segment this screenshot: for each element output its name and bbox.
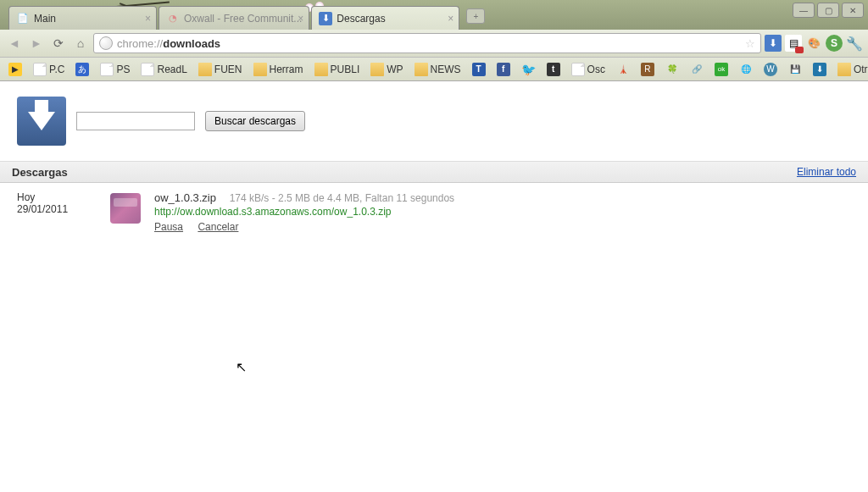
page-icon: 📄 (16, 12, 30, 25)
window-controls: — ▢ ✕ (793, 3, 864, 18)
section-bar: Descargas Eliminar todo (0, 161, 868, 183)
tab-main[interactable]: 📄 Main × (8, 6, 157, 30)
bookmark-item[interactable]: Osc (568, 61, 609, 78)
close-icon[interactable]: × (145, 13, 151, 25)
bookmark-item[interactable]: f (493, 61, 514, 78)
bookmark-item[interactable]: T (469, 61, 489, 78)
page-icon (33, 63, 47, 76)
search-input[interactable] (76, 112, 195, 130)
search-button[interactable]: Buscar descargas (205, 111, 305, 131)
bookmark-folder[interactable]: NEWS (411, 61, 465, 78)
pause-link[interactable]: Pausa (154, 221, 183, 233)
new-tab-button[interactable]: + (466, 8, 485, 24)
download-status: 174 kB/s - 2.5 MB de 4.4 MB, Faltan 11 s… (230, 192, 454, 204)
close-icon[interactable]: × (448, 13, 453, 25)
bookmark-item[interactable]: ok (711, 61, 732, 78)
bookmark-item[interactable]: ReadL (137, 61, 190, 78)
twitter-icon: 🐦 (521, 63, 536, 76)
bookmark-item[interactable]: 🔗 (687, 61, 707, 78)
tab-title: Oxwall - Free Communit... (184, 13, 302, 25)
close-button[interactable]: ✕ (842, 3, 864, 18)
folder-icon (837, 63, 851, 76)
downloads-logo-icon (17, 97, 66, 146)
date-label: Hoy (17, 191, 108, 203)
folder-icon (314, 63, 328, 76)
folder-icon (370, 63, 384, 76)
bookmark-item[interactable]: 🌐 (736, 61, 756, 78)
tab-strip: 📄 Main × ◔ Oxwall - Free Communit... × ⬇… (8, 6, 485, 30)
bookmark-item[interactable]: あ (72, 61, 92, 78)
date-value: 29/01/2011 (17, 203, 108, 215)
maximize-button[interactable]: ▢ (817, 3, 839, 18)
navbar: ◄ ► ⟳ ⌂ chrome://downloads ☆ ⬇ ▤ 🎨 S 🔧 (0, 30, 868, 58)
download-url[interactable]: http://ow.download.s3.amazonaws.com/ow_1… (154, 206, 454, 218)
tab-title: Descargas (337, 13, 385, 25)
globe-icon (99, 36, 113, 50)
close-icon[interactable]: × (298, 13, 303, 25)
folder-icon (415, 63, 428, 76)
other-bookmarks[interactable]: Otros marcadores (834, 61, 868, 78)
date-group: Hoy 29/01/2011 (17, 191, 108, 233)
download-icon: ⬇ (319, 12, 332, 25)
bookmark-item[interactable]: 🍀 (662, 61, 682, 78)
bookmark-item[interactable]: ▶ (5, 61, 25, 78)
cursor-icon: ↖ (236, 359, 247, 375)
download-item: ow_1.0.3.zip 174 kB/s - 2.5 MB de 4.4 MB… (108, 191, 454, 233)
bookmark-star-icon[interactable]: ☆ (745, 37, 755, 50)
bookmark-item[interactable]: 🗼 (613, 61, 633, 78)
bookmark-item[interactable]: ⬇ (810, 61, 830, 78)
titlebar: 📄 Main × ◔ Oxwall - Free Communit... × ⬇… (0, 0, 868, 30)
favicon-icon: ◔ (166, 12, 180, 25)
bookmark-item[interactable]: 🐦 (518, 61, 539, 78)
bookmark-item[interactable]: R (637, 61, 658, 78)
bookmark-folder[interactable]: WP (367, 61, 406, 78)
cancel-link[interactable]: Cancelar (198, 221, 238, 233)
extension-icon[interactable]: ⬇ (765, 35, 782, 52)
download-filename[interactable]: ow_1.0.3.zip (154, 191, 216, 204)
extension-icon[interactable]: ▤ (785, 35, 802, 52)
page-icon (100, 63, 114, 76)
url-text: chrome://downloads (117, 37, 220, 50)
bookmark-folder[interactable]: FUEN (195, 61, 246, 78)
folder-icon (253, 63, 267, 76)
wrench-icon[interactable]: 🔧 (846, 35, 863, 52)
tab-title: Main (34, 13, 56, 25)
clear-all-link[interactable]: Eliminar todo (797, 166, 856, 178)
bookmark-item[interactable]: PS (97, 61, 133, 78)
page-icon (141, 63, 154, 76)
tab-downloads[interactable]: ⬇ Descargas × (311, 6, 459, 30)
back-button[interactable]: ◄ (5, 34, 24, 53)
folder-icon (198, 63, 212, 76)
address-bar[interactable]: chrome://downloads ☆ (93, 33, 761, 53)
downloads-list: Hoy 29/01/2011 ow_1.0.3.zip 174 kB/s - 2… (0, 183, 868, 241)
page-icon (571, 63, 585, 76)
bookmark-item[interactable]: P.C (30, 61, 68, 78)
file-icon (108, 191, 142, 225)
downloads-page: Buscar descargas Descargas Eliminar todo… (0, 81, 868, 241)
reload-button[interactable]: ⟳ (49, 34, 68, 53)
downloads-header: Buscar descargas (0, 81, 868, 161)
bookmarks-bar: ▶ P.C あ PS ReadL FUEN Herram PUBLI WP NE… (0, 58, 868, 81)
tab-oxwall[interactable]: ◔ Oxwall - Free Communit... × (159, 6, 309, 30)
stumbleupon-icon[interactable]: S (826, 35, 843, 52)
bookmark-item[interactable]: W (760, 61, 781, 78)
home-button[interactable]: ⌂ (71, 34, 90, 53)
bookmark-folder[interactable]: PUBLI (311, 61, 364, 78)
bookmark-folder[interactable]: Herram (250, 61, 307, 78)
minimize-button[interactable]: — (793, 3, 815, 18)
extension-icon[interactable]: 🎨 (805, 35, 822, 52)
bookmark-item[interactable]: 💾 (785, 61, 805, 78)
section-title: Descargas (12, 166, 68, 179)
bookmark-item[interactable]: t (543, 61, 564, 78)
forward-button[interactable]: ► (27, 34, 46, 53)
